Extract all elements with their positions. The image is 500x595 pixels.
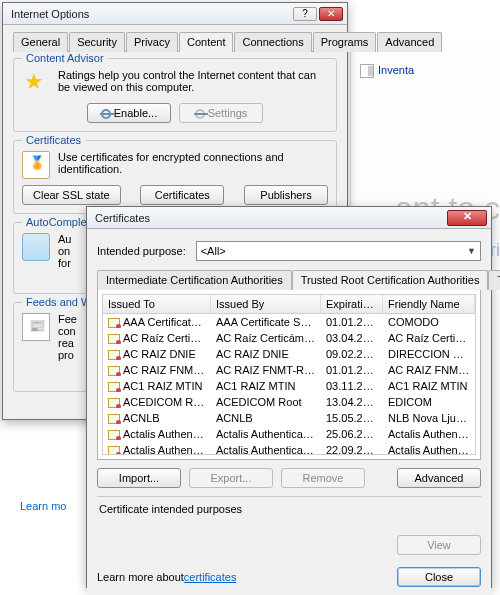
certificate-icon — [108, 382, 120, 392]
group-legend: Content Advisor — [22, 52, 108, 64]
tab-privacy[interactable]: Privacy — [126, 32, 178, 52]
table-row[interactable]: AC1 RAIZ MTINAC1 RAIZ MTIN03.11.2019AC1 … — [103, 378, 475, 394]
feed-icon — [22, 313, 50, 341]
cert-rows: AAA Certificate Ser...AAA Certificate Se… — [103, 314, 475, 454]
column-headers: Issued To Issued By Expiratio... Friendl… — [103, 295, 475, 314]
table-row[interactable]: ACEDICOM RootACEDICOM Root13.04.2028EDIC… — [103, 394, 475, 410]
close-button[interactable]: ✕ — [447, 210, 487, 226]
autocomplete-icon — [22, 233, 50, 261]
table-row[interactable]: ACNLBACNLB15.05.2023NLB Nova Ljublja... — [103, 410, 475, 426]
certificate-icon — [108, 430, 120, 440]
col-issued-by[interactable]: Issued By — [211, 295, 321, 313]
cert-tab-strip: Intermediate Certification Authorities T… — [97, 269, 481, 290]
help-button[interactable]: ? — [293, 7, 317, 21]
table-row[interactable]: AAA Certificate Ser...AAA Certificate Se… — [103, 314, 475, 330]
certificate-icon — [22, 151, 50, 179]
gear-icon — [101, 109, 111, 119]
close-button[interactable]: ✕ — [319, 7, 343, 21]
enable-button[interactable]: Enable... — [87, 103, 171, 123]
bookmark-label: Inventa — [378, 64, 414, 76]
table-row[interactable]: AC RAIZ DNIEAC RAIZ DNIE09.02.2036DIRECC… — [103, 346, 475, 362]
certificate-icon — [108, 398, 120, 408]
dialog-title: Internet Options — [11, 8, 291, 20]
star-icon — [22, 69, 50, 97]
certificate-icon — [108, 446, 120, 454]
close-dialog-button[interactable]: Close — [397, 567, 481, 587]
certificates-dialog: Certificates ✕ Intended purpose: <All> ▼… — [86, 206, 492, 588]
enable-label: Enable... — [114, 107, 157, 119]
certificate-icon — [108, 414, 120, 424]
table-row[interactable]: Actalis Authenticati...Actalis Authentic… — [103, 426, 475, 442]
bookmark-item[interactable]: Inventa — [360, 64, 414, 78]
content-advisor-group: Content Advisor Ratings help you control… — [13, 58, 337, 132]
certificates-button[interactable]: Certificates — [140, 185, 224, 205]
remove-button: Remove — [281, 468, 365, 488]
tab-trusted-root-ca[interactable]: Trusted Root Certification Authorities — [292, 270, 489, 290]
view-button: View — [397, 535, 481, 555]
table-row[interactable]: AC Raíz Certicámar...AC Raíz Certicámara… — [103, 330, 475, 346]
dialog-title: Certificates — [95, 212, 445, 224]
gear-icon — [195, 109, 205, 119]
clear-ssl-button[interactable]: Clear SSL state — [22, 185, 121, 205]
certificate-icon — [108, 318, 120, 328]
tab-strip: General Security Privacy Content Connect… — [13, 31, 337, 52]
learn-more-link[interactable]: certificates — [184, 571, 237, 583]
titlebar: Internet Options ? ✕ — [3, 3, 347, 25]
group-legend: Certificates — [22, 134, 85, 146]
intended-purpose-label: Intended purpose: — [97, 245, 186, 257]
bookmark-icon — [360, 64, 374, 78]
combo-value: <All> — [201, 245, 226, 257]
import-button[interactable]: Import... — [97, 468, 181, 488]
tab-security[interactable]: Security — [69, 32, 125, 52]
tab-general[interactable]: General — [13, 32, 68, 52]
certificate-icon — [108, 366, 120, 376]
tab-connections[interactable]: Connections — [234, 32, 311, 52]
cert-list-frame: Issued To Issued By Expiratio... Friendl… — [97, 290, 481, 460]
tab-advanced[interactable]: Advanced — [377, 32, 442, 52]
certificate-icon — [108, 334, 120, 344]
certificate-icon — [108, 350, 120, 360]
certificates-text: Use certificates for encrypted connectio… — [58, 151, 328, 175]
col-expiration[interactable]: Expiratio... — [321, 295, 383, 313]
chevron-down-icon: ▼ — [467, 246, 476, 256]
table-row[interactable]: Actalis Authenticati...Actalis Authentic… — [103, 442, 475, 454]
tab-intermediate-ca[interactable]: Intermediate Certification Authorities — [97, 270, 292, 290]
tab-programs[interactable]: Programs — [313, 32, 377, 52]
intended-purposes-label: Certificate intended purposes — [97, 496, 481, 529]
publishers-button[interactable]: Publishers — [244, 185, 328, 205]
advanced-button[interactable]: Advanced — [397, 468, 481, 488]
settings-label: Settings — [208, 107, 248, 119]
learn-more-label: Learn more about — [97, 571, 184, 583]
intended-purpose-combo[interactable]: <All> ▼ — [196, 241, 481, 261]
content-advisor-text: Ratings help you control the Internet co… — [58, 69, 328, 93]
titlebar: Certificates ✕ — [87, 207, 491, 229]
table-row[interactable]: AC RAIZ FNMT-RCMAC RAIZ FNMT-RCM01.01.20… — [103, 362, 475, 378]
export-button: Export... — [189, 468, 273, 488]
learn-more-link-cut[interactable]: Learn mo — [20, 500, 66, 512]
settings-button: Settings — [179, 103, 263, 123]
col-friendly-name[interactable]: Friendly Name — [383, 295, 475, 313]
tab-content[interactable]: Content — [179, 32, 234, 52]
tab-trusted-publishers[interactable]: Trusted Publ — [488, 270, 500, 290]
certificates-group: Certificates Use certificates for encryp… — [13, 140, 337, 214]
col-issued-to[interactable]: Issued To — [103, 295, 211, 313]
